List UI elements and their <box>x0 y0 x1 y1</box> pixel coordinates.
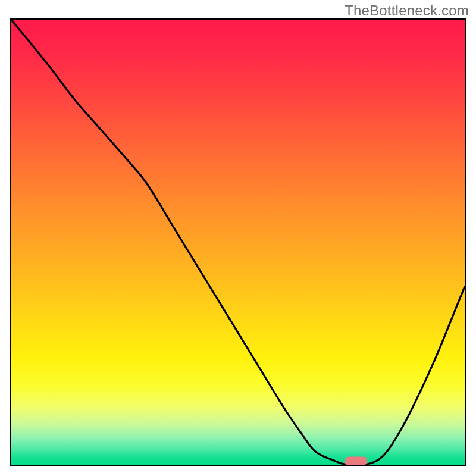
bottleneck-curve <box>11 20 465 465</box>
plot-frame <box>10 18 466 466</box>
optimal-marker <box>345 457 367 466</box>
chart-container: TheBottleneck.com <box>0 0 476 476</box>
watermark-text: TheBottleneck.com <box>345 2 469 19</box>
